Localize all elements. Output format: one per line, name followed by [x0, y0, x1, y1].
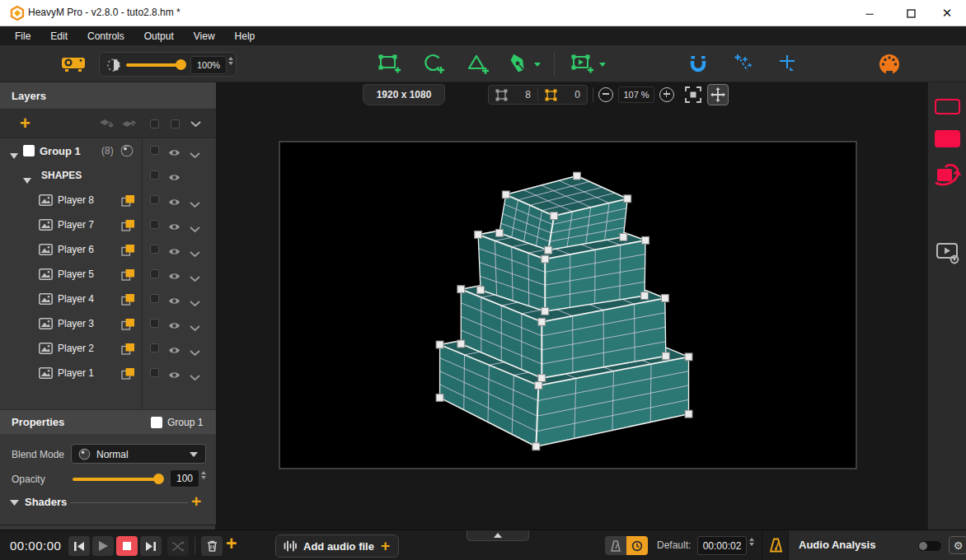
- row-solo-checkbox[interactable]: [150, 319, 159, 328]
- corner-handle[interactable]: [685, 353, 692, 361]
- visibility-eye-icon[interactable]: [168, 198, 181, 207]
- group-color-swatch[interactable]: [23, 145, 35, 156]
- corner-handle[interactable]: [641, 292, 649, 300]
- row-solo-checkbox[interactable]: [150, 294, 159, 303]
- corner-handle[interactable]: [542, 307, 549, 315]
- audio-analysis-toggle[interactable]: [917, 540, 942, 552]
- corner-handle[interactable]: [551, 212, 558, 220]
- skip-start-button[interactable]: [68, 536, 90, 556]
- corner-handle[interactable]: [642, 236, 649, 244]
- corner-handle[interactable]: [661, 295, 668, 302]
- corner-handle[interactable]: [477, 287, 485, 294]
- corner-handle[interactable]: [457, 286, 465, 293]
- pan-tool-button[interactable]: [707, 84, 729, 105]
- stop-button[interactable]: [116, 536, 138, 556]
- duplicate-player-icon[interactable]: [121, 244, 135, 256]
- row-solo-checkbox[interactable]: [150, 220, 159, 229]
- brightness-slider-knob[interactable]: [176, 59, 186, 70]
- corner-handle[interactable]: [620, 233, 627, 240]
- row-solo-checkbox[interactable]: [150, 245, 159, 254]
- outline-fill-off-icon[interactable]: [935, 99, 960, 114]
- row-visibility-toggle[interactable]: [168, 245, 181, 259]
- zoom-in-button[interactable]: [659, 87, 674, 102]
- close-button[interactable]: ✕: [928, 0, 966, 26]
- brightness-value-field[interactable]: 100%: [190, 56, 227, 74]
- add-layer-button[interactable]: +: [20, 113, 30, 134]
- duplicate-player-icon[interactable]: [121, 318, 135, 330]
- corner-handle[interactable]: [685, 410, 692, 418]
- visibility-eye-icon[interactable]: [168, 173, 181, 182]
- audio-metronome-icon[interactable]: [770, 538, 782, 553]
- duration-mode-toggle[interactable]: [605, 536, 648, 555]
- blend-mode-dropdown[interactable]: Normal: [71, 444, 206, 464]
- move-layer-down-icon[interactable]: [99, 118, 114, 130]
- row-expand-chevron-icon[interactable]: [190, 375, 200, 381]
- timeline-drawer-handle[interactable]: [467, 530, 529, 541]
- corner-handle[interactable]: [532, 443, 540, 450]
- pen-tool-icon[interactable]: [509, 54, 528, 75]
- duplicate-player-icon[interactable]: [121, 367, 135, 380]
- corner-handle[interactable]: [502, 191, 509, 198]
- row-options-chevron[interactable]: [190, 370, 200, 385]
- add-shader-button[interactable]: +: [191, 492, 201, 511]
- play-button[interactable]: [92, 536, 114, 556]
- duplicate-player-icon[interactable]: [121, 293, 135, 306]
- mapped-shape-cake[interactable]: [280, 142, 856, 468]
- projector-icon[interactable]: [61, 55, 86, 73]
- row-expand-chevron-icon[interactable]: [190, 226, 200, 233]
- add-player-tool-icon[interactable]: [570, 54, 595, 75]
- row-expand-chevron-icon[interactable]: [190, 251, 200, 258]
- corner-handle[interactable]: [475, 231, 482, 238]
- fit-to-screen-button[interactable]: [684, 86, 702, 104]
- animated-outline-icon[interactable]: [934, 161, 962, 188]
- row-options-chevron[interactable]: [190, 296, 200, 310]
- solo-all-checkbox[interactable]: [150, 119, 159, 128]
- zoom-out-button[interactable]: [598, 87, 613, 102]
- add-player-dropdown-caret[interactable]: [599, 63, 606, 67]
- corner-handle[interactable]: [495, 229, 503, 236]
- row-options-chevron[interactable]: [190, 246, 200, 261]
- row-solo-checkbox[interactable]: [150, 170, 159, 180]
- corner-handle[interactable]: [662, 352, 669, 360]
- corner-handle[interactable]: [538, 318, 546, 325]
- visibility-eye-icon[interactable]: [168, 296, 181, 306]
- clock-mode-button[interactable]: [626, 536, 648, 555]
- menu-controls[interactable]: Controls: [79, 28, 133, 44]
- add-audio-file-button[interactable]: Add audio file +: [275, 534, 399, 558]
- opacity-slider-track[interactable]: [73, 478, 158, 481]
- audio-analysis-settings-button[interactable]: ⚙: [949, 536, 966, 554]
- brightness-stepper[interactable]: [228, 57, 233, 65]
- magnet-snap-icon[interactable]: [689, 54, 707, 72]
- visibility-eye-icon[interactable]: [168, 222, 181, 231]
- corner-handle[interactable]: [624, 195, 631, 203]
- row-solo-checkbox[interactable]: [150, 269, 159, 278]
- menu-help[interactable]: Help: [227, 28, 264, 44]
- corner-handle[interactable]: [542, 255, 549, 263]
- add-triangle-tool-icon[interactable]: [467, 54, 490, 75]
- row-options-chevron[interactable]: [190, 271, 200, 286]
- corner-handle[interactable]: [436, 341, 443, 348]
- default-duration-stepper[interactable]: [749, 538, 754, 546]
- menu-output[interactable]: Output: [136, 28, 182, 44]
- add-quad-tool-icon[interactable]: [377, 54, 401, 75]
- shaders-expander-icon[interactable]: [10, 500, 19, 506]
- menu-view[interactable]: View: [185, 28, 223, 44]
- row-visibility-toggle[interactable]: [168, 294, 181, 309]
- shapes-expander[interactable]: [23, 172, 31, 187]
- expander-triangle-icon[interactable]: [23, 178, 31, 184]
- row-options-chevron[interactable]: [190, 197, 200, 212]
- player-row[interactable]: Player 8: [0, 188, 216, 212]
- metronome-mode-button[interactable]: [605, 536, 626, 555]
- group-row[interactable]: Group 1(8): [0, 138, 216, 163]
- menu-edit[interactable]: Edit: [42, 28, 76, 44]
- player-row[interactable]: Player 2: [0, 336, 216, 361]
- row-solo-checkbox[interactable]: [150, 195, 159, 204]
- row-visibility-toggle[interactable]: [168, 170, 181, 185]
- opacity-slider-knob[interactable]: [153, 474, 164, 484]
- row-visibility-toggle[interactable]: [168, 195, 181, 210]
- maximize-button[interactable]: [892, 0, 930, 26]
- mute-all-checkbox[interactable]: [171, 119, 180, 128]
- row-visibility-toggle[interactable]: [168, 146, 181, 161]
- fill-on-icon[interactable]: [935, 130, 960, 147]
- crosshair-tool-icon[interactable]: [777, 54, 797, 73]
